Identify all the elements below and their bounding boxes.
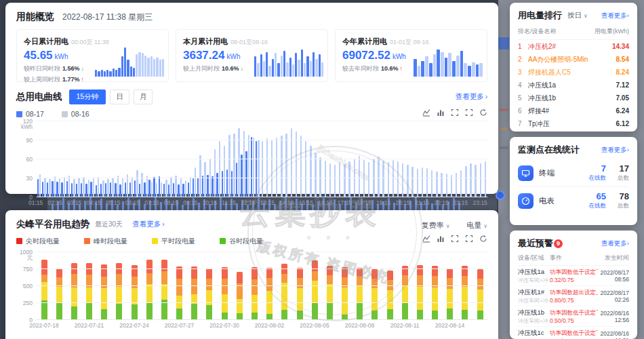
stat-card-year: 今年累计用电01-01至 08-16 69072.52kWh 较去年同时段10.… bbox=[335, 29, 487, 82]
arrow-icon: › bbox=[627, 239, 629, 247]
alert-row[interactable]: 冲压机1#冲压车间>冲... 功率因数超出设定上线值0.80/0.75 2022… bbox=[518, 286, 629, 306]
online-row-label: 终端 bbox=[539, 168, 555, 178]
view-more-link[interactable]: 查看更多› bbox=[456, 92, 487, 102]
data-view-icon[interactable] bbox=[451, 108, 459, 117]
stat-value: 45.65 bbox=[24, 49, 53, 62]
restore-frame-icon[interactable] bbox=[465, 235, 473, 243]
ranking-table-header: 排名/设备名称用电量(kWh) bbox=[518, 27, 629, 40]
rate-type-select[interactable]: 复费率∨ bbox=[422, 221, 450, 229]
arrow-icon: › bbox=[627, 12, 629, 19]
arrow-icon: › bbox=[485, 93, 487, 100]
chart-toolbox bbox=[422, 108, 487, 117]
view-more-link[interactable]: 查看更多› bbox=[132, 220, 164, 229]
stat-unit: kWh bbox=[55, 53, 68, 60]
x-axis-labels: 2022-07-182022-07-212022-07-242022-07-27… bbox=[37, 322, 487, 330]
alerts-count-badge: 9 bbox=[554, 239, 563, 248]
legend-item-today[interactable]: 08-17 bbox=[16, 110, 44, 118]
bar-chart-icon[interactable] bbox=[437, 235, 445, 243]
trend-chart: 02505007501000元 bbox=[37, 252, 487, 319]
legend-item-valley[interactable]: 谷时段电量 bbox=[220, 237, 263, 246]
chart-toolbox bbox=[422, 235, 487, 243]
up-arrow-icon: ↑ bbox=[81, 76, 85, 83]
energy-overview-panel: 用能概览 2022-08-17 11:38 星期三 今日累计用电00:00至 1… bbox=[5, 3, 498, 194]
online-row-terminal: 终端 7在线数 17总数 bbox=[518, 159, 629, 186]
refresh-icon[interactable] bbox=[479, 235, 487, 243]
total-count: 17总数 bbox=[606, 163, 629, 182]
terminal-icon bbox=[518, 165, 534, 181]
line-chart-icon[interactable] bbox=[422, 235, 430, 243]
arrow-icon: › bbox=[627, 146, 629, 153]
ranking-row[interactable]: 3焊接机器人C58.24 bbox=[518, 66, 629, 79]
ranking-row[interactable]: 5冲压线1b7.05 bbox=[518, 92, 629, 104]
ranking-row[interactable]: 2AA办公楼照明-5Min8.54 bbox=[518, 53, 629, 66]
alerts-title: 最近预警 bbox=[518, 237, 553, 250]
meter-icon bbox=[518, 193, 534, 209]
up-arrow-icon: ↑ bbox=[400, 65, 403, 72]
stat-range: 00:00至 11:38 bbox=[71, 39, 109, 45]
dimmed-text-fragment bbox=[500, 108, 508, 111]
data-view-icon[interactable] bbox=[451, 235, 459, 243]
stat-name: 今年累计用电 bbox=[342, 37, 387, 45]
ranking-row[interactable]: 6焊接4#6.24 bbox=[518, 104, 629, 117]
restore-frame-icon[interactable] bbox=[465, 108, 473, 117]
online-row-label: 电表 bbox=[539, 196, 555, 206]
legend-swatch bbox=[220, 238, 226, 244]
legend-swatch bbox=[62, 111, 68, 117]
arrow-icon: › bbox=[162, 220, 164, 228]
down-arrow-icon: ↓ bbox=[241, 65, 244, 72]
sparkline-chart bbox=[414, 47, 483, 77]
alert-row[interactable]: 冲压线1a冲压车间>冲... 功率因数低于设定下限值0.32/0.75 2022… bbox=[518, 266, 629, 286]
interval-tabs: 15分钟 日 月 bbox=[69, 89, 153, 104]
ranking-row[interactable]: 4冲压线1a7.12 bbox=[518, 79, 629, 92]
line-chart-icon[interactable] bbox=[422, 108, 430, 117]
consumption-ranking-panel: 用电量排行 按日∨ 查看更多› 排名/设备名称用电量(kWh) 1冲压机2#14… bbox=[510, 3, 637, 132]
legend-swatch bbox=[16, 238, 22, 244]
y-axis-labels: 0306090120kWh bbox=[16, 121, 34, 197]
legend-item-peak[interactable]: 峰时段电量 bbox=[84, 237, 127, 246]
alert-row[interactable]: 冲压线1c冲压车间>冲... 功率因数低于设定下限值0.43/0.75 2022… bbox=[518, 327, 629, 339]
chevron-down-icon: ∨ bbox=[446, 223, 450, 229]
chevron-down-icon: ∨ bbox=[483, 223, 487, 229]
monitor-online-panel: 监测点在线统计 查看更多› 终端 7在线数 17总数 电表 65在线数 78总数 bbox=[510, 137, 637, 225]
x-axis-labels: 01:1502:1503:1504:1505:1506:1507:1508:15… bbox=[28, 199, 487, 206]
down-arrow-icon: ↓ bbox=[81, 65, 85, 72]
main-chart-bars[interactable] bbox=[37, 121, 487, 197]
dimmed-selected-item bbox=[498, 37, 509, 49]
panel-title: 用能概览 bbox=[16, 11, 54, 23]
peak-valley-trend-panel: 尖峰平谷用电趋势 最近30天 查看更多› 复费率∨ 电量∨ 尖时段电量 峰时段电… bbox=[5, 210, 498, 339]
chevron-down-icon: ∨ bbox=[584, 13, 588, 19]
legend-swatch bbox=[16, 111, 22, 117]
tab-day[interactable]: 日 bbox=[110, 89, 129, 104]
tab-month[interactable]: 月 bbox=[134, 89, 153, 104]
stat-unit: kWh bbox=[393, 53, 406, 60]
ranking-row[interactable]: 7Tp冲压6.12 bbox=[518, 117, 629, 130]
tab-15min[interactable]: 15分钟 bbox=[69, 89, 106, 104]
metric-select[interactable]: 电量∨ bbox=[466, 221, 487, 229]
legend-item-sharp[interactable]: 尖时段电量 bbox=[16, 237, 60, 246]
legend-swatch bbox=[152, 238, 158, 244]
stat-card-today: 今日累计用电00:00至 11:38 45.65kWh 较昨日同时段1.56%↓… bbox=[16, 29, 169, 82]
stat-range: 01-01至 08-16 bbox=[390, 39, 429, 45]
total-count: 78总数 bbox=[606, 191, 629, 210]
stat-card-month: 本月累计用电08-01至08-16 3637.24kWh 较上月同时段10.6%… bbox=[176, 29, 328, 82]
online-count: 65在线数 bbox=[583, 191, 606, 210]
legend-item-flat[interactable]: 平时段电量 bbox=[152, 237, 195, 246]
online-title: 监测点在线统计 bbox=[518, 144, 580, 156]
trend-chart-bars[interactable] bbox=[37, 252, 487, 319]
ranking-period-select[interactable]: 按日∨ bbox=[567, 11, 588, 20]
view-more-link[interactable]: 查看更多› bbox=[601, 239, 629, 248]
refresh-icon[interactable] bbox=[479, 108, 487, 117]
legend-item-yesterday[interactable]: 08-16 bbox=[62, 110, 89, 118]
trend-title: 尖峰平谷用电趋势 bbox=[16, 218, 89, 231]
stat-value: 3637.24 bbox=[183, 49, 224, 62]
alert-row[interactable]: 冲压线1b冲压车间>冲... 功率因数低于设定下限值0.50/0.75 2022… bbox=[518, 306, 629, 327]
view-more-link[interactable]: 查看更多› bbox=[601, 146, 629, 155]
stat-name: 今日累计用电 bbox=[24, 37, 68, 45]
y-axis-labels: 02505007501000元 bbox=[16, 252, 34, 319]
ranking-row[interactable]: 1冲压机2#14.34 bbox=[518, 40, 629, 53]
bar-chart-icon[interactable] bbox=[437, 108, 445, 117]
main-chart: 0306090120kWh bbox=[37, 121, 487, 197]
curve-section-title: 总用电曲线 bbox=[16, 91, 62, 103]
alerts-table-header: 设备/区域事件发生时间 bbox=[518, 254, 629, 266]
view-more-link[interactable]: 查看更多› bbox=[601, 12, 629, 20]
